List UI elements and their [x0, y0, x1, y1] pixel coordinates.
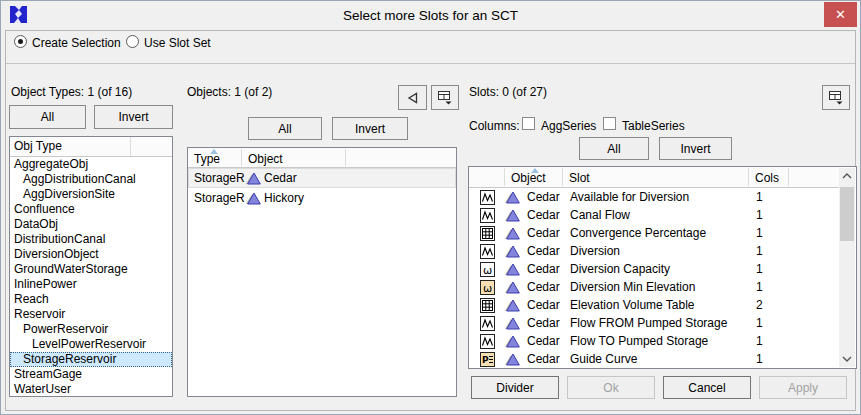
object-type-item[interactable]: Confluence — [10, 202, 172, 217]
slot-name-cell: Flow TO Pumped Storage — [563, 334, 749, 348]
aggseries-checkbox[interactable] — [522, 117, 535, 130]
pe-tan-slot-icon: P — [480, 352, 495, 367]
slot-row[interactable]: PCedarGuide Curve1 — [469, 350, 840, 368]
object-type-item[interactable]: LevelPowerReservoir — [10, 337, 172, 352]
slot-cols-cell: 2 — [749, 298, 789, 312]
reservoir-icon — [505, 245, 520, 258]
objects-view-menu-button[interactable] — [431, 85, 459, 110]
slot-object-cell: Cedar — [527, 298, 560, 312]
object-type-item[interactable]: StreamGage — [10, 367, 172, 382]
object-type-item[interactable]: Reach — [10, 292, 172, 307]
type-column-header[interactable]: Type — [188, 148, 242, 167]
cancel-button[interactable]: Cancel — [663, 376, 751, 399]
title-bar[interactable]: Select more Slots for an SCT ✕ — [1, 1, 860, 29]
slot-row[interactable]: CedarFlow FROM Pumped Storage1 — [469, 314, 840, 332]
slots-scrollbar[interactable] — [839, 168, 855, 367]
table-slot-icon — [480, 226, 495, 241]
object-type-item[interactable]: StorageReservoir — [10, 352, 172, 367]
slots-all-button[interactable]: All — [579, 137, 649, 160]
reservoir-icon — [505, 335, 520, 348]
slot-name-cell: Diversion — [563, 244, 749, 258]
slots-count-label: Slots: 0 (of 27) — [469, 85, 547, 99]
slot-object-cell: Cedar — [527, 208, 560, 222]
empty-column-header — [789, 167, 840, 187]
radio-separator — [6, 63, 855, 64]
object-name-cell: Hickory — [264, 191, 304, 205]
object-type-item[interactable]: DataObj — [10, 217, 172, 232]
use-slot-set-label[interactable]: Use Slot Set — [144, 36, 211, 50]
object-type-item[interactable]: WaterUser — [10, 382, 172, 397]
slot-row[interactable]: CedarCanal Flow1 — [469, 206, 840, 224]
previous-panel-button[interactable] — [398, 85, 427, 110]
table-slot-icon — [480, 298, 495, 313]
object-type-item[interactable]: GroundWaterStorage — [10, 262, 172, 277]
slots-invert-button[interactable]: Invert — [659, 137, 732, 160]
slot-object-cell: Cedar — [527, 334, 560, 348]
use-slot-set-radio[interactable] — [126, 35, 139, 48]
objects-all-button[interactable]: All — [248, 117, 322, 140]
object-types-list: Obj Type AggregateObjAggDistributionCana… — [9, 136, 173, 397]
obj-type-column-header[interactable]: Obj Type — [14, 139, 62, 153]
slots-view-menu-button[interactable] — [822, 85, 850, 110]
slot-row[interactable]: ωCedarDiversion Min Elevation1 — [469, 278, 840, 296]
scroll-down-button[interactable] — [839, 351, 855, 367]
reservoir-icon — [505, 281, 520, 294]
cols-column-header[interactable]: Cols — [749, 167, 789, 187]
object-type-item[interactable]: PowerReservoir — [10, 322, 172, 337]
objects-table: Type Object StorageRCedarStorageRHickory — [187, 147, 457, 397]
object-types-invert-button[interactable]: Invert — [94, 105, 173, 129]
object-types-count-label: Object Types: 1 (of 16) — [11, 85, 132, 99]
slot-row[interactable]: CedarConvergence Percentage1 — [469, 224, 840, 242]
reservoir-icon — [505, 209, 520, 222]
object-row[interactable]: StorageRCedar — [188, 168, 456, 188]
slot-column-header[interactable]: Slot — [563, 167, 749, 187]
slot-object-cell: Cedar — [527, 226, 560, 240]
tableseries-checkbox[interactable] — [603, 117, 616, 130]
table-menu-icon — [828, 90, 844, 106]
slot-cols-cell: 1 — [749, 334, 789, 348]
ok-button[interactable]: Ok — [567, 376, 655, 399]
slot-name-cell: Diversion Capacity — [563, 262, 749, 276]
scrollbar-thumb[interactable] — [840, 187, 854, 241]
object-type-item[interactable]: DiversionObject — [10, 247, 172, 262]
slot-name-cell: Guide Curve — [563, 352, 749, 366]
slot-row[interactable]: ωCedarDiversion Capacity1 — [469, 260, 840, 278]
slot-row[interactable]: CedarElevation Volume Table2 — [469, 296, 840, 314]
slot-object-cell: Cedar — [527, 316, 560, 330]
objects-invert-button[interactable]: Invert — [332, 117, 408, 140]
reservoir-icon — [505, 317, 520, 330]
object-column-header[interactable]: Object — [242, 148, 346, 167]
svg-text:P: P — [482, 355, 489, 365]
sort-ascending-icon — [210, 149, 218, 154]
series-slot-icon — [480, 334, 495, 349]
slot-row[interactable]: CedarAvailable for Diversion1 — [469, 188, 840, 206]
object-type-item[interactable]: DistributionCanal — [10, 232, 172, 247]
slot-cols-cell: 1 — [749, 226, 789, 240]
object-types-list-header[interactable]: Obj Type — [10, 137, 172, 157]
divider-button[interactable]: Divider — [471, 376, 559, 399]
object-type-item[interactable]: AggDistributionCanal — [10, 172, 172, 187]
empty-column-header — [346, 148, 456, 167]
tableseries-label[interactable]: TableSeries — [622, 119, 685, 133]
object-type-item[interactable]: AggregateObj — [10, 157, 172, 172]
scroll-up-button[interactable] — [839, 168, 855, 184]
slot-row[interactable]: CedarFlow TO Pumped Storage1 — [469, 332, 840, 350]
object-row[interactable]: StorageRHickory — [188, 188, 456, 208]
create-selection-radio[interactable] — [14, 35, 27, 48]
slot-row[interactable]: CedarDiversion1 — [469, 242, 840, 260]
create-selection-label[interactable]: Create Selection — [32, 36, 121, 50]
icon-column-header[interactable] — [469, 167, 505, 187]
slot-object-cell: Cedar — [527, 190, 560, 204]
apply-button[interactable]: Apply — [759, 376, 847, 399]
series-slot-icon — [480, 244, 495, 259]
object-type-item[interactable]: AggDiversionSite — [10, 187, 172, 202]
object-type-item[interactable]: Reservoir — [10, 307, 172, 322]
object-type-item[interactable]: InlinePower — [10, 277, 172, 292]
object-types-all-button[interactable]: All — [9, 105, 86, 129]
aggseries-label[interactable]: AggSeries — [541, 119, 596, 133]
slots-table: Object Slot Cols CedarAvailable for Dive… — [468, 166, 857, 369]
close-button[interactable]: ✕ — [824, 2, 857, 27]
slot-cols-cell: 1 — [749, 352, 789, 366]
slot-name-cell: Canal Flow — [563, 208, 749, 222]
object-column-header[interactable]: Object — [505, 167, 563, 187]
